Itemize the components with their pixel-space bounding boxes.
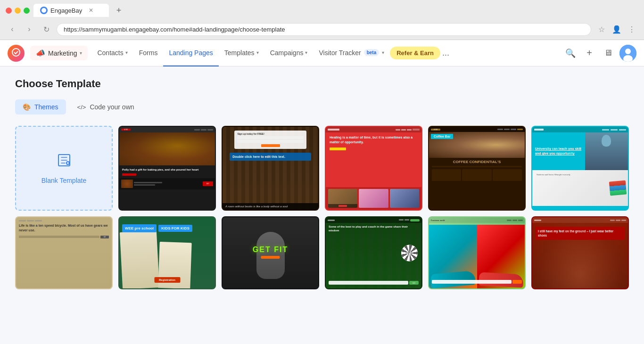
search-button[interactable]: 🔍 xyxy=(563,46,578,61)
templates-label: Templates xyxy=(224,49,255,57)
main-content: Choose Template 🎨 Themes </> Code your o… xyxy=(0,66,644,343)
forms-label: Forms xyxy=(139,49,158,57)
themes-tab[interactable]: 🎨 Themes xyxy=(15,99,66,115)
themes-tab-label: Themes xyxy=(34,103,58,111)
landing-pages-label: Landing Pages xyxy=(169,49,213,57)
brush-icon: 🎨 xyxy=(23,103,31,111)
visitor-tracker-chevron-icon: ▾ xyxy=(382,50,384,55)
book-template-card[interactable]: Sign up today for FREE! Double click her… xyxy=(222,126,319,211)
code-own-tab-label: Code your own xyxy=(90,103,134,111)
template-grid-row2: Life is like a ten speed bicycle. Most o… xyxy=(15,216,629,289)
campaigns-chevron-icon: ▾ xyxy=(305,50,307,55)
forward-button[interactable]: › xyxy=(23,23,36,36)
contacts-label: Contacts xyxy=(97,49,123,57)
close-dot[interactable] xyxy=(6,8,12,14)
school-template-card[interactable]: WEE pre school KIDS FOR KIDS Registratio… xyxy=(118,216,216,289)
health-template-card[interactable]: Healing is a matter of time, but it is s… xyxy=(325,126,422,211)
back-button[interactable]: ‹ xyxy=(6,23,19,36)
blank-template-icon xyxy=(57,153,72,171)
visitor-tracker-nav-item[interactable]: Visitor Tracker beta ▾ xyxy=(313,40,390,66)
logo-icon xyxy=(11,48,21,59)
university-template-card[interactable]: University can teach you skill and give … xyxy=(531,126,629,211)
templates-chevron-icon: ▾ xyxy=(256,50,259,55)
minimize-dot[interactable] xyxy=(15,8,21,14)
browser-tab[interactable]: EngageBay ✕ xyxy=(33,4,109,17)
browser-addressbar: ‹ › ↻ https://sammymugambi.engagebay.com… xyxy=(0,21,644,40)
marketing-label: Marketing xyxy=(48,49,77,57)
vintage-template-card[interactable]: Life is like a ten speed bicycle. Most o… xyxy=(15,216,113,289)
svg-point-0 xyxy=(41,8,46,13)
marketing-nav-item[interactable]: 📣 Marketing ▾ xyxy=(30,46,88,60)
user-avatar[interactable] xyxy=(619,45,636,62)
address-bar[interactable]: https://sammymugambi.engagebay.com/home#… xyxy=(57,23,591,36)
bread-template-card[interactable]: LOGO Polly had a gift for baking pies, a… xyxy=(118,126,216,211)
blank-template-card[interactable]: Blank Template xyxy=(15,126,113,211)
svg-point-3 xyxy=(625,49,631,54)
blank-template-label: Blank Template xyxy=(41,177,86,184)
nav-actions: 🔍 + 🖥 xyxy=(563,45,636,62)
address-bar-actions: ☆ 👤 ⋮ xyxy=(595,23,638,36)
marketing-chevron-icon: ▾ xyxy=(80,50,82,56)
app-logo[interactable] xyxy=(8,45,25,62)
tab-title: EngageBay xyxy=(50,7,82,14)
tab-favicon xyxy=(40,7,48,14)
svg-point-1 xyxy=(12,49,20,56)
visitor-tracker-label: Visitor Tracker xyxy=(319,49,361,57)
more-nav-button[interactable]: ... xyxy=(442,48,449,58)
template-grid-row1: Blank Template LOGO xyxy=(15,126,629,211)
campaigns-label: Campaigns xyxy=(270,49,304,57)
menu-icon[interactable]: ⋮ xyxy=(625,23,638,36)
refer-earn-button[interactable]: Refer & Earn xyxy=(390,47,440,59)
reload-button[interactable]: ↻ xyxy=(40,23,53,36)
account-icon[interactable]: 👤 xyxy=(610,23,623,36)
browser-titlebar: EngageBay ✕ + xyxy=(0,0,644,21)
new-tab-button[interactable]: + xyxy=(113,4,125,16)
notifications-button[interactable]: 🖥 xyxy=(601,46,616,61)
tab-bar: 🎨 Themes </> Code your own xyxy=(15,99,629,115)
shoes-template-card[interactable]: I still have my feet on the ground – I j… xyxy=(531,216,629,289)
app-navigation: 📣 Marketing ▾ Contacts ▾ Forms Landing P… xyxy=(0,40,644,66)
templates-nav-item[interactable]: Templates ▾ xyxy=(219,40,264,66)
forms-nav-item[interactable]: Forms xyxy=(133,40,164,66)
contacts-chevron-icon: ▾ xyxy=(125,50,128,55)
browser-dots xyxy=(6,8,30,14)
maximize-dot[interactable] xyxy=(24,8,30,14)
sports-template-card[interactable]: Some of the best to play and coach in th… xyxy=(325,216,422,289)
browser-chrome: EngageBay ✕ + ‹ › ↻ https://sammymugambi… xyxy=(0,0,644,40)
page-title: Choose Template xyxy=(15,78,629,90)
campaigns-nav-item[interactable]: Campaigns ▾ xyxy=(264,40,314,66)
coffee-template-card[interactable]: LOGO Coffee Bar xyxy=(428,126,526,211)
bookmark-icon[interactable]: ☆ xyxy=(595,23,608,36)
beta-badge: beta xyxy=(364,49,380,56)
landing-pages-nav-item[interactable]: Landing Pages xyxy=(163,40,218,66)
megaphone-icon: 📣 xyxy=(36,49,45,57)
contacts-nav-item[interactable]: Contacts ▾ xyxy=(91,40,133,66)
add-button[interactable]: + xyxy=(582,46,597,61)
code-own-tab[interactable]: </> Code your own xyxy=(70,99,142,115)
url-text: https://sammymugambi.engagebay.com/home#… xyxy=(64,26,285,33)
close-tab-icon[interactable]: ✕ xyxy=(89,7,93,14)
code-icon: </> xyxy=(77,104,86,111)
fitness-template-card[interactable]: GET FIT xyxy=(222,216,319,289)
footwear-template-card[interactable]: Footwear world xyxy=(428,216,526,289)
